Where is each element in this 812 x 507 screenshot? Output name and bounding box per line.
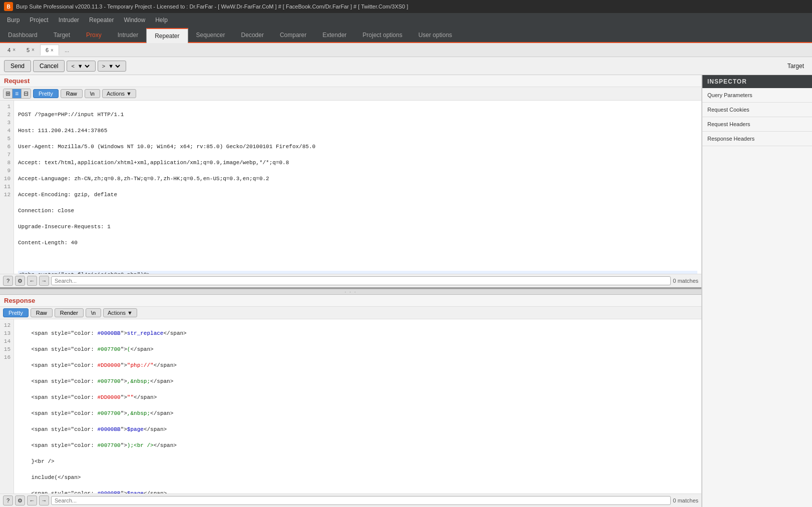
view-grid-icon[interactable]: ⊞ (4, 89, 13, 98)
inspector-request-headers[interactable]: Request Headers (702, 117, 812, 132)
menu-project[interactable]: Project (25, 15, 53, 26)
menu-help[interactable]: Help (150, 15, 173, 26)
send-button[interactable]: Send (4, 60, 31, 72)
tab-target[interactable]: Target (46, 27, 78, 42)
sub-tab-4[interactable]: 4 × (2, 45, 21, 56)
request-subtoolbar: ⊞ ≡ ⊟ Pretty Raw \n Actions ▼ (0, 87, 701, 101)
request-code-content: POST /?page=PHP://input HTTP/1.1 Host: 1… (14, 101, 701, 274)
sub-tab-more[interactable]: ... (59, 45, 75, 56)
tab-user-options[interactable]: User options (411, 27, 460, 42)
request-help-icon[interactable]: ? (3, 276, 13, 286)
request-actions-dropdown[interactable]: Actions ▼ (102, 89, 136, 98)
tab-repeater[interactable]: Repeater (146, 28, 188, 43)
request-search-input[interactable] (51, 276, 671, 285)
response-search-bar: ? ⚙ ← → 0 matches (0, 493, 701, 507)
forward-select[interactable]: ▼ (106, 63, 122, 70)
tab-dashboard[interactable]: Dashboard (0, 27, 46, 42)
response-next-icon[interactable]: → (39, 495, 49, 505)
tab-comparer[interactable]: Comparer (272, 27, 314, 42)
response-raw-tab[interactable]: Raw (31, 308, 53, 317)
request-newline-tab[interactable]: \n (85, 89, 100, 98)
tab-decoder[interactable]: Decoder (233, 27, 272, 42)
response-newline-tab[interactable]: \n (86, 308, 101, 317)
request-code-area[interactable]: 123456789101112 POST /?page=PHP://input … (0, 101, 701, 274)
tab-sequencer[interactable]: Sequencer (188, 27, 233, 42)
tab-proxy[interactable]: Proxy (78, 27, 110, 42)
inspector-response-headers[interactable]: Response Headers (702, 132, 812, 146)
cancel-button[interactable]: Cancel (33, 60, 65, 72)
request-matches: 0 matches (673, 278, 698, 284)
response-help-icon[interactable]: ? (3, 495, 13, 505)
inspector-header: INSPECTOR (702, 75, 812, 88)
request-prev-icon[interactable]: ← (27, 276, 37, 286)
menu-window[interactable]: Window (119, 15, 150, 26)
menu-intruder[interactable]: Intruder (54, 15, 84, 26)
response-subtoolbar: Pretty Raw Render \n Actions ▼ (0, 307, 701, 319)
back-nav[interactable]: < ▼ (67, 61, 95, 72)
response-actions-dropdown[interactable]: Actions ▼ (103, 308, 137, 317)
request-next-icon[interactable]: → (39, 276, 49, 286)
back-select[interactable]: ▼ (76, 63, 91, 70)
tab-project-options[interactable]: Project options (354, 27, 410, 42)
tab-extender[interactable]: Extender (314, 27, 354, 42)
view-list-icon[interactable]: ≡ (13, 89, 22, 98)
chevron-down-icon: ▼ (126, 91, 132, 97)
titlebar-text: Burp Suite Professional v2020.11.3 - Tem… (16, 4, 408, 10)
request-settings-icon[interactable]: ⚙ (15, 276, 25, 286)
response-render-tab[interactable]: Render (55, 308, 84, 317)
response-prev-icon[interactable]: ← (27, 495, 37, 505)
titlebar: B Burp Suite Professional v2020.11.3 - T… (0, 0, 812, 13)
response-chevron-down-icon: ▼ (127, 310, 133, 316)
response-pretty-tab[interactable]: Pretty (3, 308, 29, 317)
content: Request ⊞ ≡ ⊟ Pretty Raw \n Actions ▼ (0, 75, 812, 507)
left-panel: Request ⊞ ≡ ⊟ Pretty Raw \n Actions ▼ (0, 75, 702, 507)
view-split-icon[interactable]: ⊟ (22, 89, 31, 98)
response-code-content: <span style="color: #0000BB">str_replace… (14, 319, 701, 493)
response-line-numbers: 1213141516 (0, 319, 14, 493)
response-code-area[interactable]: 1213141516 <span style="color: #0000BB">… (0, 319, 701, 493)
request-header: Request (0, 75, 701, 87)
response-matches: 0 matches (673, 497, 698, 503)
response-search-input[interactable] (51, 496, 671, 505)
inspector-query-params[interactable]: Query Parameters (702, 88, 812, 103)
inspector-panel: INSPECTOR Query Parameters Request Cooki… (702, 75, 812, 507)
request-raw-tab[interactable]: Raw (61, 89, 83, 98)
sub-tabs: 4 × 5 × 6 × ... (0, 43, 812, 57)
tab-intruder[interactable]: Intruder (110, 27, 146, 42)
close-tab-6-icon[interactable]: × (51, 48, 54, 53)
target-label: Target (787, 63, 808, 70)
menu-burp[interactable]: Burp (2, 15, 25, 26)
inspector-request-cookies[interactable]: Request Cookies (702, 103, 812, 117)
response-section: Response Pretty Raw Render \n Actions ▼ … (0, 295, 701, 507)
response-settings-icon[interactable]: ⚙ (15, 495, 25, 505)
response-header: Response (0, 295, 701, 307)
menu-repeater[interactable]: Repeater (84, 15, 119, 26)
forward-nav[interactable]: > ▼ (98, 61, 126, 72)
request-line-numbers: 123456789101112 (0, 101, 14, 274)
toolbar: Send Cancel < ▼ > ▼ Target (0, 57, 812, 75)
request-search-bar: ? ⚙ ← → 0 matches (0, 274, 701, 287)
request-pretty-tab[interactable]: Pretty (33, 89, 59, 98)
app-icon: B (4, 2, 13, 11)
close-tab-5-icon[interactable]: × (32, 47, 35, 53)
sub-tab-5[interactable]: 5 × (21, 45, 40, 56)
close-tab-4-icon[interactable]: × (13, 47, 16, 53)
menubar: Burp Project Intruder Repeater Window He… (0, 13, 812, 27)
panel-divider[interactable]: · · · (0, 289, 701, 295)
main-tabs: Dashboard Target Proxy Intruder Repeater… (0, 27, 812, 43)
request-section: Request ⊞ ≡ ⊟ Pretty Raw \n Actions ▼ (0, 75, 701, 289)
sub-tab-6[interactable]: 6 × (40, 45, 59, 56)
